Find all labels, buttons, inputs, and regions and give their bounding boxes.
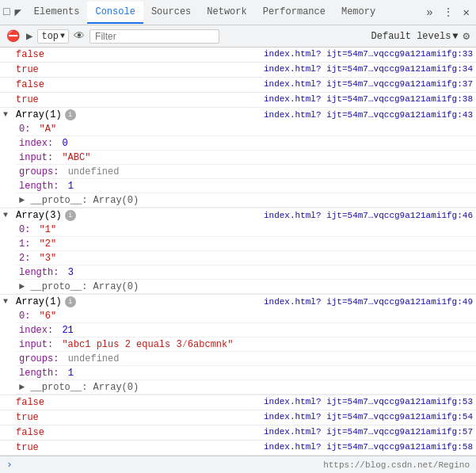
array3-header-content: Array(1) i (0, 296, 261, 308)
array-prop-row: input: "abc1 plus 2 equals 3⁄6abcmnk" (16, 338, 476, 352)
array-prop-row: ► __proto__: Array(0) (16, 380, 476, 395)
array-prop-row: 0: "6" (16, 309, 476, 323)
array3-label: Array(1) (16, 296, 62, 307)
array2-triangle[interactable] (3, 211, 13, 220)
array2-header[interactable]: Array(3) i index.html? ijt=54m7…vqccg9a1… (0, 208, 476, 223)
filter-area[interactable] (89, 29, 219, 44)
prop-val: "6" (40, 311, 57, 322)
array2-body: 0: "1" 1: "2" 2: "3" length: 3 ► __proto (0, 223, 476, 294)
levels-chevron-icon: ▼ (452, 31, 458, 42)
array-prop-row: 0: "A" (16, 122, 476, 136)
array2-header-content: Array(3) i (0, 209, 261, 222)
tab-bar: □ ◤ Elements Console Sources Network Per… (0, 0, 476, 25)
array2-container: Array(3) i index.html? ijt=54m7…vqccg9a1… (0, 208, 476, 295)
row-link[interactable]: index.html? ijt=54m7…vqccg9a121ami1fg:58 (261, 441, 476, 452)
close-devtools-icon[interactable]: ✕ (460, 4, 473, 21)
prop-proto[interactable]: ► __proto__: Array(0) (19, 195, 139, 206)
array1-link[interactable]: index.html? ijt=54m7…vqccg9a121ami1fg:43 (261, 109, 476, 120)
array1-info-icon[interactable]: i (65, 109, 76, 120)
console-row: true index.html? ijt=54m7…vqccg9a121ami1… (0, 93, 476, 108)
row-link[interactable]: index.html? ijt=54m7…vqccg9a121ami1fg:33 (261, 48, 476, 59)
prop-val: undefined (68, 166, 120, 177)
row-link[interactable]: index.html? ijt=54m7…vqccg9a121ami1fg:53 (261, 396, 476, 407)
prop-key: groups: (19, 353, 59, 364)
array-prop-row: length: 3 (16, 265, 476, 280)
array-prop-row: index: 0 (16, 136, 476, 151)
tab-bar-icons: □ ◤ (3, 6, 21, 19)
array-prop-row: ► __proto__: Array(0) (16, 280, 476, 294)
array2-link[interactable]: index.html? ijt=54m7…vqccg9a121ami1fg:46 (261, 210, 476, 221)
prop-val: "ABC" (62, 152, 90, 163)
array3-info-icon[interactable]: i (65, 296, 76, 307)
array2-label: Array(3) (16, 210, 62, 221)
row-value: false (0, 48, 261, 61)
context-select[interactable]: top ▼ (37, 29, 69, 44)
row-value: true (0, 441, 261, 454)
prop-proto[interactable]: ► __proto__: Array(0) (19, 382, 139, 393)
array1-header[interactable]: Array(1) i index.html? ijt=54m7…vqccg9a1… (0, 108, 476, 122)
array1-label: Array(1) (16, 109, 62, 120)
toolbar-left: ⛔ ▶ top ▼ 👁 (5, 28, 219, 44)
filter-icon[interactable]: ▶ (25, 28, 34, 44)
clear-console-icon[interactable]: ⛔ (5, 28, 21, 44)
array3-header[interactable]: Array(1) i index.html? ijt=54m7…vqccg9a1… (0, 295, 476, 309)
array1-triangle[interactable] (3, 110, 13, 120)
default-levels-label: Default levels (371, 31, 451, 42)
prop-key: 1: (19, 238, 30, 250)
console-toolbar: ⛔ ▶ top ▼ 👁 Default levels ▼ ⚙ (0, 25, 476, 48)
row-link[interactable]: index.html? ijt=54m7…vqccg9a121ami1fg:57 (261, 426, 476, 437)
array3-triangle[interactable] (3, 297, 13, 307)
settings-icon[interactable]: ⚙ (462, 28, 471, 44)
prop-key: 0: (19, 224, 30, 235)
inspect-icon[interactable]: □ (3, 6, 10, 19)
tab-network[interactable]: Network (199, 2, 254, 24)
tab-bar-right: » ⋮ ✕ (423, 4, 473, 21)
toolbar-right: Default levels ▼ ⚙ (371, 28, 471, 44)
tab-memory[interactable]: Memory (333, 2, 383, 24)
eye-visible-icon[interactable]: 👁 (72, 29, 86, 44)
array-prop-row: 0: "1" (16, 223, 476, 237)
console-row: true index.html? ijt=54m7…vqccg9a121ami1… (0, 441, 476, 456)
row-value: true (0, 63, 261, 76)
array-prop-row: length: 1 (16, 366, 476, 380)
prop-key: groups: (19, 166, 59, 177)
prop-val: undefined (68, 353, 120, 364)
tab-elements[interactable]: Elements (26, 2, 88, 24)
prop-val: 3 (68, 267, 74, 278)
row-value: false (0, 78, 261, 91)
prop-key: length: (19, 368, 59, 379)
prop-key: length: (19, 181, 59, 192)
caret-icon[interactable]: › (6, 459, 13, 471)
console-row: true index.html? ijt=54m7…vqccg9a121ami1… (0, 63, 476, 78)
prop-key: 2: (19, 253, 30, 264)
array3-link[interactable]: index.html? ijt=54m7…vqccg9a121ami1fg:49 (261, 296, 476, 307)
customize-icon[interactable]: ⋮ (440, 4, 457, 21)
prop-val: "2" (40, 238, 57, 250)
tab-performance[interactable]: Performance (255, 2, 333, 24)
row-link[interactable]: index.html? ijt=54m7…vqccg9a121ami1fg:38 (261, 93, 476, 105)
array-prop-row: input: "ABC" (16, 151, 476, 165)
default-levels-dropdown[interactable]: Default levels ▼ (371, 31, 459, 42)
filter-input[interactable] (95, 31, 214, 42)
prop-val: 21 (62, 325, 73, 336)
eye-icon: ▼ (60, 32, 65, 40)
prop-val: 1 (68, 368, 74, 379)
console-row: false index.html? ijt=54m7…vqccg9a121ami… (0, 78, 476, 93)
array1-container: Array(1) i index.html? ijt=54m7…vqccg9a1… (0, 108, 476, 208)
array-prop-row: ► __proto__: Array(0) (16, 193, 476, 208)
prop-key: input: (19, 152, 53, 163)
prop-key: index: (19, 138, 53, 149)
prop-val: "A" (40, 124, 57, 135)
array2-info-icon[interactable]: i (65, 210, 76, 221)
bottom-bar: › https://blog.csdn.net/Regino (0, 456, 476, 473)
row-link[interactable]: index.html? ijt=54m7…vqccg9a121ami1fg:37 (261, 78, 476, 90)
tab-console[interactable]: Console (87, 2, 143, 24)
row-link[interactable]: index.html? ijt=54m7…vqccg9a121ami1fg:34 (261, 63, 476, 74)
tab-sources[interactable]: Sources (143, 2, 199, 24)
array1-body: 0: "A" index: 0 input: "ABC" groups: und… (0, 122, 476, 208)
array-prop-row: 1: "2" (16, 237, 476, 251)
more-tabs-icon[interactable]: » (423, 5, 436, 21)
row-link[interactable]: index.html? ijt=54m7…vqccg9a121ami1fg:54 (261, 411, 476, 422)
prop-proto[interactable]: ► __proto__: Array(0) (19, 281, 139, 292)
device-icon[interactable]: ◤ (14, 6, 21, 19)
